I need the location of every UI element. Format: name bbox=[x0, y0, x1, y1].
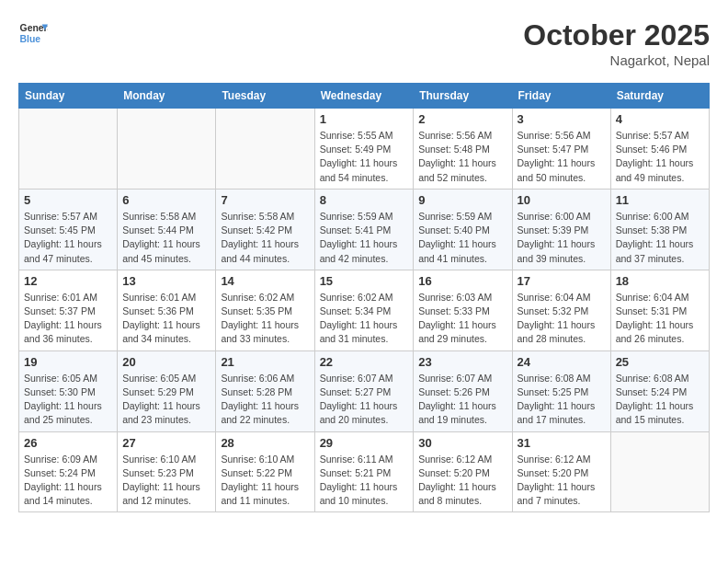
day-info: Sunrise: 6:10 AM Sunset: 5:23 PM Dayligh… bbox=[122, 453, 210, 509]
day-info: Sunrise: 6:06 AM Sunset: 5:28 PM Dayligh… bbox=[221, 372, 309, 428]
day-info: Sunrise: 6:04 AM Sunset: 5:31 PM Dayligh… bbox=[616, 291, 704, 347]
day-number: 29 bbox=[320, 436, 409, 450]
day-info: Sunrise: 5:57 AM Sunset: 5:46 PM Dayligh… bbox=[616, 129, 704, 185]
calendar-cell: 17Sunrise: 6:04 AM Sunset: 5:32 PM Dayli… bbox=[512, 270, 610, 350]
day-info: Sunrise: 6:03 AM Sunset: 5:33 PM Dayligh… bbox=[418, 291, 506, 347]
weekday-header-row: SundayMondayTuesdayWednesdayThursdayFrid… bbox=[19, 84, 710, 109]
calendar-cell: 18Sunrise: 6:04 AM Sunset: 5:31 PM Dayli… bbox=[610, 270, 709, 350]
week-row-4: 19Sunrise: 6:05 AM Sunset: 5:30 PM Dayli… bbox=[19, 350, 710, 431]
day-number: 18 bbox=[616, 274, 704, 288]
calendar-cell bbox=[118, 109, 216, 190]
calendar-table: SundayMondayTuesdayWednesdayThursdayFrid… bbox=[18, 83, 710, 512]
day-info: Sunrise: 5:58 AM Sunset: 5:44 PM Dayligh… bbox=[122, 210, 210, 266]
calendar-cell: 2Sunrise: 5:56 AM Sunset: 5:48 PM Daylig… bbox=[414, 109, 512, 190]
day-info: Sunrise: 5:56 AM Sunset: 5:47 PM Dayligh… bbox=[518, 129, 606, 185]
day-info: Sunrise: 6:09 AM Sunset: 5:24 PM Dayligh… bbox=[24, 453, 112, 509]
day-info: Sunrise: 6:00 AM Sunset: 5:38 PM Dayligh… bbox=[616, 210, 704, 266]
day-number: 3 bbox=[518, 112, 606, 126]
calendar-cell: 11Sunrise: 6:00 AM Sunset: 5:38 PM Dayli… bbox=[610, 189, 709, 270]
calendar-cell: 3Sunrise: 5:56 AM Sunset: 5:47 PM Daylig… bbox=[512, 109, 610, 190]
day-number: 17 bbox=[518, 274, 606, 288]
day-number: 1 bbox=[320, 112, 409, 126]
day-number: 15 bbox=[320, 274, 409, 288]
day-number: 31 bbox=[518, 436, 606, 450]
weekday-header-tuesday: Tuesday bbox=[216, 84, 314, 109]
logo-icon: General Blue bbox=[18, 18, 48, 48]
day-number: 19 bbox=[24, 355, 112, 369]
day-number: 25 bbox=[616, 355, 704, 369]
day-number: 24 bbox=[518, 355, 606, 369]
day-number: 20 bbox=[122, 355, 210, 369]
weekday-header-saturday: Saturday bbox=[610, 84, 709, 109]
calendar-cell: 9Sunrise: 5:59 AM Sunset: 5:40 PM Daylig… bbox=[414, 189, 512, 270]
calendar-cell: 27Sunrise: 6:10 AM Sunset: 5:23 PM Dayli… bbox=[118, 431, 216, 512]
calendar-cell: 25Sunrise: 6:08 AM Sunset: 5:24 PM Dayli… bbox=[610, 350, 709, 431]
calendar-cell: 4Sunrise: 5:57 AM Sunset: 5:46 PM Daylig… bbox=[610, 109, 709, 190]
calendar-cell bbox=[610, 431, 709, 512]
day-number: 4 bbox=[616, 112, 704, 126]
day-number: 5 bbox=[24, 193, 112, 207]
calendar-cell: 31Sunrise: 6:12 AM Sunset: 5:20 PM Dayli… bbox=[512, 431, 610, 512]
week-row-5: 26Sunrise: 6:09 AM Sunset: 5:24 PM Dayli… bbox=[19, 431, 710, 512]
day-info: Sunrise: 5:59 AM Sunset: 5:40 PM Dayligh… bbox=[418, 210, 506, 266]
calendar-cell: 1Sunrise: 5:55 AM Sunset: 5:49 PM Daylig… bbox=[314, 109, 414, 190]
week-row-3: 12Sunrise: 6:01 AM Sunset: 5:37 PM Dayli… bbox=[19, 270, 710, 350]
day-info: Sunrise: 5:58 AM Sunset: 5:42 PM Dayligh… bbox=[221, 210, 309, 266]
weekday-header-friday: Friday bbox=[512, 84, 610, 109]
calendar-cell: 5Sunrise: 5:57 AM Sunset: 5:45 PM Daylig… bbox=[19, 189, 118, 270]
day-info: Sunrise: 6:12 AM Sunset: 5:20 PM Dayligh… bbox=[518, 453, 606, 509]
day-info: Sunrise: 6:12 AM Sunset: 5:20 PM Dayligh… bbox=[418, 453, 506, 509]
day-number: 26 bbox=[24, 436, 112, 450]
day-info: Sunrise: 5:56 AM Sunset: 5:48 PM Dayligh… bbox=[418, 129, 506, 185]
day-number: 8 bbox=[320, 193, 409, 207]
week-row-1: 1Sunrise: 5:55 AM Sunset: 5:49 PM Daylig… bbox=[19, 109, 710, 190]
calendar-cell: 13Sunrise: 6:01 AM Sunset: 5:36 PM Dayli… bbox=[118, 270, 216, 350]
calendar-cell: 16Sunrise: 6:03 AM Sunset: 5:33 PM Dayli… bbox=[414, 270, 512, 350]
day-number: 7 bbox=[221, 193, 309, 207]
calendar-cell: 14Sunrise: 6:02 AM Sunset: 5:35 PM Dayli… bbox=[216, 270, 314, 350]
day-info: Sunrise: 5:57 AM Sunset: 5:45 PM Dayligh… bbox=[24, 210, 112, 266]
day-number: 22 bbox=[320, 355, 409, 369]
calendar-cell: 23Sunrise: 6:07 AM Sunset: 5:26 PM Dayli… bbox=[414, 350, 512, 431]
calendar-cell: 8Sunrise: 5:59 AM Sunset: 5:41 PM Daylig… bbox=[314, 189, 414, 270]
day-info: Sunrise: 6:05 AM Sunset: 5:30 PM Dayligh… bbox=[24, 372, 112, 428]
calendar-cell: 15Sunrise: 6:02 AM Sunset: 5:34 PM Dayli… bbox=[314, 270, 414, 350]
calendar-cell: 28Sunrise: 6:10 AM Sunset: 5:22 PM Dayli… bbox=[216, 431, 314, 512]
day-number: 28 bbox=[221, 436, 309, 450]
location: Nagarkot, Nepal bbox=[523, 52, 710, 68]
title-block: October 2025 Nagarkot, Nepal bbox=[523, 18, 710, 68]
day-number: 10 bbox=[518, 193, 606, 207]
day-info: Sunrise: 6:02 AM Sunset: 5:35 PM Dayligh… bbox=[221, 291, 309, 347]
calendar-cell: 24Sunrise: 6:08 AM Sunset: 5:25 PM Dayli… bbox=[512, 350, 610, 431]
day-number: 16 bbox=[418, 274, 506, 288]
day-info: Sunrise: 6:01 AM Sunset: 5:37 PM Dayligh… bbox=[24, 291, 112, 347]
day-info: Sunrise: 5:59 AM Sunset: 5:41 PM Dayligh… bbox=[320, 210, 409, 266]
calendar-cell: 10Sunrise: 6:00 AM Sunset: 5:39 PM Dayli… bbox=[512, 189, 610, 270]
weekday-header-wednesday: Wednesday bbox=[314, 84, 414, 109]
day-info: Sunrise: 6:01 AM Sunset: 5:36 PM Dayligh… bbox=[122, 291, 210, 347]
weekday-header-thursday: Thursday bbox=[414, 84, 512, 109]
svg-text:Blue: Blue bbox=[20, 34, 41, 44]
weekday-header-sunday: Sunday bbox=[19, 84, 118, 109]
day-number: 27 bbox=[122, 436, 210, 450]
day-info: Sunrise: 6:11 AM Sunset: 5:21 PM Dayligh… bbox=[320, 453, 409, 509]
week-row-2: 5Sunrise: 5:57 AM Sunset: 5:45 PM Daylig… bbox=[19, 189, 710, 270]
day-number: 30 bbox=[418, 436, 506, 450]
calendar-cell bbox=[216, 109, 314, 190]
calendar-cell: 20Sunrise: 6:05 AM Sunset: 5:29 PM Dayli… bbox=[118, 350, 216, 431]
calendar-cell: 29Sunrise: 6:11 AM Sunset: 5:21 PM Dayli… bbox=[314, 431, 414, 512]
day-info: Sunrise: 6:00 AM Sunset: 5:39 PM Dayligh… bbox=[518, 210, 606, 266]
day-number: 21 bbox=[221, 355, 309, 369]
calendar-cell: 12Sunrise: 6:01 AM Sunset: 5:37 PM Dayli… bbox=[19, 270, 118, 350]
calendar-cell: 6Sunrise: 5:58 AM Sunset: 5:44 PM Daylig… bbox=[118, 189, 216, 270]
day-info: Sunrise: 6:07 AM Sunset: 5:26 PM Dayligh… bbox=[418, 372, 506, 428]
day-info: Sunrise: 6:10 AM Sunset: 5:22 PM Dayligh… bbox=[221, 453, 309, 509]
calendar-cell bbox=[19, 109, 118, 190]
calendar-cell: 30Sunrise: 6:12 AM Sunset: 5:20 PM Dayli… bbox=[414, 431, 512, 512]
day-info: Sunrise: 6:08 AM Sunset: 5:25 PM Dayligh… bbox=[518, 372, 606, 428]
day-info: Sunrise: 6:05 AM Sunset: 5:29 PM Dayligh… bbox=[122, 372, 210, 428]
calendar-cell: 19Sunrise: 6:05 AM Sunset: 5:30 PM Dayli… bbox=[19, 350, 118, 431]
day-info: Sunrise: 6:02 AM Sunset: 5:34 PM Dayligh… bbox=[320, 291, 409, 347]
day-info: Sunrise: 5:55 AM Sunset: 5:49 PM Dayligh… bbox=[320, 129, 409, 185]
day-number: 14 bbox=[221, 274, 309, 288]
